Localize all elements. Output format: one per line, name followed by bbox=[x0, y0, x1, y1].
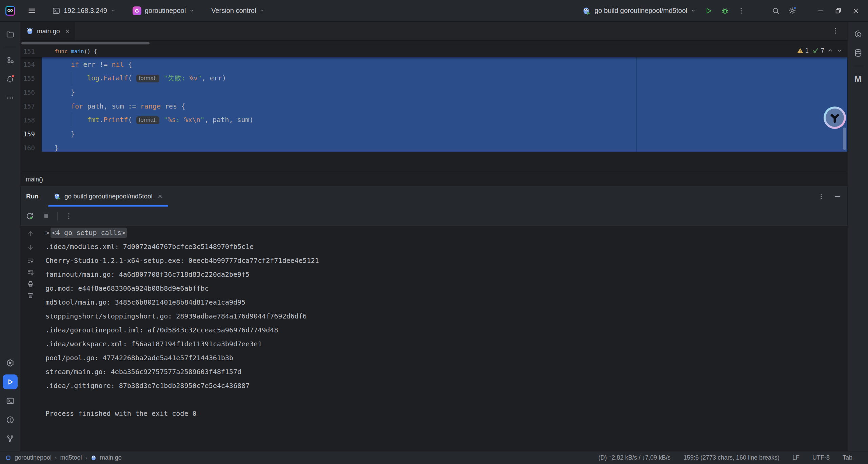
search-everywhere-button[interactable] bbox=[769, 4, 783, 18]
window-close-button[interactable] bbox=[848, 4, 863, 18]
console-line[interactable]: .idea/goroutinepool.iml: af70d5843c32cce… bbox=[40, 323, 847, 337]
run-play-icon bbox=[6, 378, 14, 386]
console-line[interactable]: Process finished with the exit code 0 bbox=[40, 407, 847, 421]
run-configuration-selector[interactable]: go build goroutinepool/md5tool bbox=[579, 4, 699, 17]
warning-icon bbox=[797, 47, 804, 54]
debug-button[interactable] bbox=[718, 4, 732, 18]
line-number[interactable]: 154 bbox=[21, 61, 42, 68]
run-console[interactable]: ><4 go setup calls>.idea/modules.xml: 7d… bbox=[21, 226, 847, 451]
horizontal-scrollbar[interactable] bbox=[21, 42, 150, 44]
project-selector[interactable]: G goroutinepool bbox=[129, 4, 198, 17]
encoding-indicator[interactable]: UTF-8 bbox=[812, 454, 830, 461]
console-line[interactable]: stoppingshort/stoppingshort.go: 28939adb… bbox=[40, 309, 847, 323]
project-tool-button[interactable] bbox=[3, 26, 18, 41]
code-line-158[interactable]: 158fmt.Printf( format: "%s: %x\n", path,… bbox=[21, 113, 847, 127]
line-number[interactable]: 159 bbox=[21, 130, 42, 138]
code-line-154[interactable]: 154if err != nil { bbox=[21, 57, 847, 71]
console-line[interactable]: stream/main.go: 4eba356c92757577a2589603… bbox=[40, 365, 847, 379]
window-minimize-button[interactable] bbox=[813, 4, 828, 18]
breadcrumb-function[interactable]: main() bbox=[26, 176, 43, 183]
code-line-160[interactable]: 160} bbox=[21, 141, 847, 155]
vcs-tool-button[interactable] bbox=[3, 431, 18, 446]
status-crumb-goroutinepool[interactable]: goroutinepool bbox=[15, 454, 52, 461]
console-line[interactable] bbox=[40, 393, 847, 407]
console-line[interactable]: .idea/workspace.xml: f56aa187194f1de1139… bbox=[40, 337, 847, 351]
code-editor[interactable]: 151 func main() { 1 7 bbox=[21, 41, 847, 173]
chevron-down-icon[interactable] bbox=[836, 47, 843, 54]
tab-options-button[interactable] bbox=[832, 27, 839, 35]
soft-wrap-button[interactable] bbox=[25, 256, 36, 266]
line-number[interactable]: 156 bbox=[21, 89, 42, 96]
right-tool-stripe: M bbox=[848, 22, 868, 451]
editor-scrollbar-thumb[interactable] bbox=[843, 128, 846, 150]
line-number[interactable]: 157 bbox=[21, 102, 42, 110]
prev-occurrence-button[interactable] bbox=[25, 229, 36, 239]
line-number[interactable]: 158 bbox=[21, 116, 42, 124]
console-line[interactable]: go.mod: e44f8ae683306a924b08b8d9e6abffbc bbox=[40, 282, 847, 295]
close-icon[interactable] bbox=[65, 28, 70, 34]
console-line[interactable]: ><4 go setup calls> bbox=[40, 226, 847, 240]
structure-tool-button[interactable] bbox=[3, 53, 18, 67]
next-occurrence-button[interactable] bbox=[25, 242, 36, 252]
ai-floating-button[interactable] bbox=[824, 107, 846, 129]
status-crumb-main.go[interactable]: main.go bbox=[100, 454, 122, 461]
code-token: path, sum := bbox=[87, 102, 140, 110]
run-tool-button[interactable] bbox=[3, 374, 18, 389]
hide-panel-icon[interactable] bbox=[834, 193, 841, 200]
more-tool-windows-button[interactable] bbox=[3, 91, 18, 105]
run-button[interactable] bbox=[702, 4, 715, 18]
line-ending-indicator[interactable]: LF bbox=[792, 454, 800, 461]
passed-count: 7 bbox=[821, 47, 824, 54]
code-token: res { bbox=[161, 102, 185, 110]
chevron-up-icon[interactable] bbox=[827, 47, 833, 54]
run-tab-label: go build goroutinepool/md5tool bbox=[64, 193, 153, 200]
print-button[interactable] bbox=[25, 279, 36, 289]
clear-console-button[interactable] bbox=[25, 290, 36, 301]
console-line[interactable]: .idea/.gitignore: 87b38d3e7e1bdb28950c7e… bbox=[40, 379, 847, 393]
fold-expand-icon[interactable]: > bbox=[45, 226, 50, 240]
network-speed-indicator[interactable]: (D) ↑2.82 kB/s / ↓7.09 kB/s bbox=[598, 454, 671, 461]
rerun-button[interactable] bbox=[25, 211, 35, 221]
more-actions-button[interactable] bbox=[734, 4, 748, 18]
stop-button[interactable] bbox=[41, 211, 51, 221]
sticky-line-header[interactable]: 151 func main() { bbox=[21, 45, 847, 57]
code-line-159[interactable]: 159} bbox=[21, 127, 847, 141]
run-panel-header: Run go build goroutinepool/md5tool bbox=[21, 186, 847, 207]
chevron-down-icon bbox=[691, 8, 696, 13]
problems-tool-button[interactable] bbox=[3, 412, 18, 427]
main-menu-button[interactable] bbox=[25, 4, 39, 18]
code-line-157[interactable]: 157for path, sum := range res { bbox=[21, 99, 847, 113]
console-line[interactable]: .idea/modules.xml: 7d0072a46767bcfce3c51… bbox=[40, 240, 847, 254]
code-line-155[interactable]: 155log.Fatalf( format: "失败: %v", err) bbox=[21, 71, 847, 85]
scroll-to-end-button[interactable] bbox=[25, 267, 36, 277]
console-options-button[interactable] bbox=[64, 211, 74, 221]
remote-host-selector[interactable]: 192.168.3.249 bbox=[49, 5, 119, 17]
caret-position-indicator[interactable]: 159:6 (2773 chars, 160 line breaks) bbox=[684, 454, 780, 461]
inspections-widget[interactable]: 1 7 bbox=[797, 47, 843, 54]
console-line[interactable]: Cherry-Studio-1.2.1-x64-setup.exe: 0eecb… bbox=[40, 254, 847, 268]
kebab-menu-icon[interactable] bbox=[817, 193, 825, 200]
arrow-down-icon bbox=[27, 244, 34, 251]
services-tool-button[interactable] bbox=[3, 355, 18, 370]
database-tool-button[interactable] bbox=[851, 45, 866, 60]
vcs-widget[interactable]: Version control bbox=[208, 5, 268, 17]
settings-button[interactable] bbox=[785, 4, 799, 18]
window-restore-button[interactable] bbox=[831, 4, 846, 18]
console-line[interactable]: faninout/main.go: 4a6d807708f36c718d83c2… bbox=[40, 268, 847, 282]
ai-assistant-tool-button[interactable] bbox=[851, 26, 866, 41]
indent-indicator[interactable]: Tab bbox=[843, 454, 852, 461]
m-plugin-tool-button[interactable]: M bbox=[851, 72, 866, 86]
line-number[interactable]: 160 bbox=[21, 144, 42, 152]
folded-output-chip[interactable]: <4 go setup calls> bbox=[51, 228, 127, 238]
run-tab[interactable]: go build goroutinepool/md5tool bbox=[48, 186, 168, 207]
console-line[interactable]: md5tool/main.go: 3485c6b8021401e8b84d817… bbox=[40, 295, 847, 309]
status-breadcrumbs[interactable]: goroutinepool›md5tool›main.go bbox=[0, 454, 122, 461]
editor-tab-main-go[interactable]: main.go bbox=[21, 22, 75, 40]
notifications-button[interactable] bbox=[3, 72, 18, 86]
close-icon[interactable] bbox=[157, 194, 163, 199]
code-line-156[interactable]: 156} bbox=[21, 85, 847, 99]
terminal-tool-button[interactable] bbox=[3, 393, 18, 408]
status-crumb-md5tool[interactable]: md5tool bbox=[60, 454, 82, 461]
console-line[interactable]: pool/pool.go: 47742268ba2ade5a41e57f2144… bbox=[40, 351, 847, 365]
line-number[interactable]: 155 bbox=[21, 75, 42, 82]
